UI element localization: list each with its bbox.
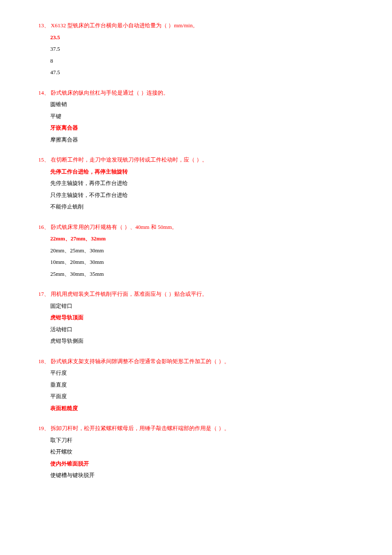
question-13: 13、 X6132 型铣床的工作台横向最小自动进给量为（ ）mm/min。23.… xyxy=(38,21,354,77)
question-16: 16、 卧式铣床常用的刀杆规格有（ ）、40mm 和 50mm。22mm、27m… xyxy=(38,223,354,278)
option: 25mm、30mm、35mm xyxy=(50,270,354,278)
question-number: 17、 xyxy=(38,291,49,297)
question-text: 13、 X6132 型铣床的工作台横向最小自动进给量为（ ）mm/min。 xyxy=(38,21,354,30)
option: 摩擦离合器 xyxy=(50,136,354,144)
question-15: 15、 在切断工件时，走刀中途发现铣刀停转或工件松动时，应（ ）。先停工作台进给… xyxy=(38,156,354,211)
option: 使内外锥面脱开 xyxy=(50,460,354,468)
option: 固定钳口 xyxy=(50,302,354,310)
question-14: 14、 卧式铣床的纵向丝杠与手轮是通过（ ）连接的。圆锥销平键牙嵌离合器摩擦离合… xyxy=(38,89,354,144)
question-text: 14、 卧式铣床的纵向丝杠与手轮是通过（ ）连接的。 xyxy=(38,89,354,97)
question-text: 17、 用机用虎钳装夹工件铣削平行面，基准面应与（ ）贴合或平行。 xyxy=(38,290,354,298)
options: 平行度垂直度平面度表面粗糙度 xyxy=(38,369,354,412)
question-body: X6132 型铣床的工作台横向最小自动进给量为（ ）mm/min。 xyxy=(49,22,198,29)
options: 23.537.5847.5 xyxy=(38,33,354,77)
question-number: 18、 xyxy=(38,358,49,364)
question-19: 19、 拆卸刀杆时，松开拉紧螺杆螺母后，用锤子敲击螺杆端部的作用是（ ）。取下刀… xyxy=(38,424,354,480)
option: 20mm、25mm、30mm xyxy=(50,246,354,255)
question-text: 19、 拆卸刀杆时，松开拉紧螺杆螺母后，用锤子敲击螺杆端部的作用是（ ）。 xyxy=(38,424,354,433)
option: 22mm、27mm、32mm xyxy=(50,234,354,243)
question-number: 19、 xyxy=(38,425,49,431)
option: 虎钳导轨顶面 xyxy=(50,313,354,322)
question-text: 15、 在切断工件时，走刀中途发现铣刀停转或工件松动时，应（ ）。 xyxy=(38,156,354,164)
option: 47.5 xyxy=(50,68,354,77)
options: 22mm、27mm、32mm20mm、25mm、30mm10mm、20mm、30… xyxy=(38,234,354,278)
question-body: 用机用虎钳装夹工件铣削平行面，基准面应与（ ）贴合或平行。 xyxy=(49,291,208,297)
options: 固定钳口虎钳导轨顶面活动钳口虎钳导轨侧面 xyxy=(38,302,354,345)
option: 垂直度 xyxy=(50,381,354,389)
option: 平面度 xyxy=(50,392,354,401)
option: 取下刀杆 xyxy=(50,436,354,445)
option: 先停工作台进给，再停主轴旋转 xyxy=(50,168,354,176)
question-number: 13、 xyxy=(38,22,49,29)
options: 先停工作台进给，再停主轴旋转先停主轴旋转，再停工作台进给只停主轴旋转，不停工作台… xyxy=(38,168,354,211)
option: 23.5 xyxy=(50,33,354,42)
option: 活动钳口 xyxy=(50,325,354,334)
question-number: 15、 xyxy=(38,156,49,163)
question-number: 16、 xyxy=(38,224,49,230)
option: 先停主轴旋转，再停工作台进给 xyxy=(50,179,354,188)
question-17: 17、 用机用虎钳装夹工件铣削平行面，基准面应与（ ）贴合或平行。固定钳口虎钳导… xyxy=(38,290,354,345)
question-number: 14、 xyxy=(38,90,49,96)
option: 平键 xyxy=(50,112,354,121)
options: 圆锥销平键牙嵌离合器摩擦离合器 xyxy=(38,100,354,144)
option: 松开螺纹 xyxy=(50,448,354,456)
option: 圆锥销 xyxy=(50,100,354,109)
option: 使键槽与键块脱开 xyxy=(50,471,354,480)
question-body: 拆卸刀杆时，松开拉紧螺杆螺母后，用锤子敲击螺杆端部的作用是（ ）。 xyxy=(49,425,230,431)
question-list: 13、 X6132 型铣床的工作台横向最小自动进给量为（ ）mm/min。23.… xyxy=(38,21,354,480)
question-text: 18、 卧式铣床支架支持轴承间隙调整不合理通常会影响矩形工件加工的（ ）。 xyxy=(38,357,354,366)
option: 10mm、20mm、30mm xyxy=(50,258,354,266)
option: 8 xyxy=(50,57,354,65)
options: 取下刀杆松开螺纹使内外锥面脱开使键槽与键块脱开 xyxy=(38,436,354,480)
option: 平行度 xyxy=(50,369,354,377)
option: 不能停止铣削 xyxy=(50,202,354,211)
option: 虎钳导轨侧面 xyxy=(50,337,354,345)
question-18: 18、 卧式铣床支架支持轴承间隙调整不合理通常会影响矩形工件加工的（ ）。平行度… xyxy=(38,357,354,413)
question-body: 卧式铣床的纵向丝杠与手轮是通过（ ）连接的。 xyxy=(49,90,169,96)
question-body: 卧式铣床支架支持轴承间隙调整不合理通常会影响矩形工件加工的（ ）。 xyxy=(49,358,230,364)
option: 牙嵌离合器 xyxy=(50,124,354,132)
option: 只停主轴旋转，不停工作台进给 xyxy=(50,191,354,199)
option: 37.5 xyxy=(50,45,354,53)
question-body: 在切断工件时，走刀中途发现铣刀停转或工件松动时，应（ ）。 xyxy=(49,156,208,163)
option: 表面粗糙度 xyxy=(50,404,354,413)
question-body: 卧式铣床常用的刀杆规格有（ ）、40mm 和 50mm。 xyxy=(49,224,177,230)
question-text: 16、 卧式铣床常用的刀杆规格有（ ）、40mm 和 50mm。 xyxy=(38,223,354,231)
